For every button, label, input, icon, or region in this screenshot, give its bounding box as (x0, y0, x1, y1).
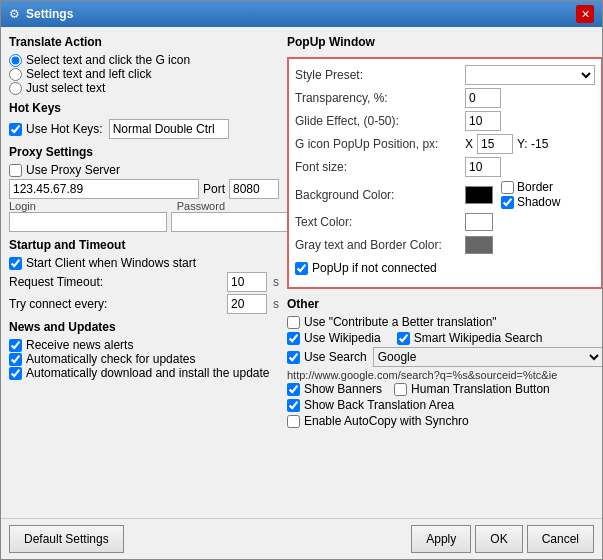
login-input[interactable] (9, 212, 167, 232)
proxy-input-row (9, 212, 279, 232)
translate-option-gicon[interactable]: Select text and click the G icon (9, 53, 279, 67)
titlebar-icon: ⚙ (9, 7, 20, 21)
try-connect-unit: s (273, 297, 279, 311)
banners-row: Show Banners Human Translation Button (287, 382, 602, 396)
transparency-input[interactable] (465, 88, 501, 108)
font-size-input[interactable] (465, 157, 501, 177)
border-label: Border (517, 180, 553, 194)
startup-section: Startup and Timeout Start Client when Wi… (9, 238, 279, 314)
font-size-label: Font size: (295, 160, 465, 174)
port-input[interactable] (229, 179, 279, 199)
password-label: Password (177, 200, 225, 212)
news-item-2[interactable]: Automatically download and install the u… (9, 366, 279, 380)
human-translation-checkbox[interactable] (394, 383, 407, 396)
popup-window-title: PopUp Window (287, 35, 602, 49)
use-proxy-checkbox[interactable] (9, 164, 22, 177)
gicon-label: G icon PopUp Position, px: (295, 137, 465, 151)
gicon-x-input[interactable] (477, 134, 513, 154)
use-hotkeys-label[interactable]: Use Hot Keys: (9, 122, 103, 136)
settings-window: ⚙ Settings ✕ Translate Action Select tex… (0, 0, 603, 560)
news-item-1[interactable]: Automatically check for updates (9, 352, 279, 366)
translate-option-leftclick-label: Select text and left click (26, 67, 151, 81)
autocopy-row: Enable AutoCopy with Synchro (287, 414, 602, 428)
use-wikipedia-label[interactable]: Use Wikipedia (287, 331, 381, 345)
wikipedia-row: Use Wikipedia Smart Wikipedia Search (287, 331, 602, 345)
shadow-label: Shadow (517, 195, 560, 209)
start-client-label[interactable]: Start Client when Windows start (9, 256, 279, 270)
text-color-label: Text Color: (295, 215, 465, 229)
request-timeout-input[interactable] (227, 272, 267, 292)
ok-button[interactable]: OK (475, 525, 522, 553)
show-back-checkbox[interactable] (287, 399, 300, 412)
use-hotkeys-checkbox[interactable] (9, 123, 22, 136)
show-back-row: Show Back Translation Area (287, 398, 602, 412)
gray-color-row: Gray text and Border Color: (295, 235, 595, 255)
gray-color-label: Gray text and Border Color: (295, 238, 465, 252)
news-title: News and Updates (9, 320, 279, 334)
bottom-bar: Default Settings Apply OK Cancel (1, 518, 602, 559)
popup-window-section: Style Preset: Transparency, %: (287, 57, 602, 289)
use-proxy-label[interactable]: Use Proxy Server (9, 163, 279, 177)
request-timeout-unit: s (273, 275, 279, 289)
smart-wikipedia-checkbox[interactable] (397, 332, 410, 345)
translate-option-leftclick[interactable]: Select text and left click (9, 67, 279, 81)
text-color-picker[interactable] (465, 213, 493, 231)
contribute-label[interactable]: Use "Contribute a Better translation" (287, 315, 497, 329)
glide-input[interactable] (465, 111, 501, 131)
hotkey-value-input[interactable] (109, 119, 229, 139)
start-client-checkbox[interactable] (9, 257, 22, 270)
news-item-0[interactable]: Receive news alerts (9, 338, 279, 352)
proxy-settings-title: Proxy Settings (9, 145, 279, 159)
startup-title: Startup and Timeout (9, 238, 279, 252)
request-timeout-row: Request Timeout: s (9, 272, 279, 292)
gicon-x-label: X (465, 137, 473, 151)
autocopy-checkbox[interactable] (287, 415, 300, 428)
border-checkbox[interactable] (501, 181, 514, 194)
autocopy-label[interactable]: Enable AutoCopy with Synchro (287, 414, 469, 428)
proxy-ip-input[interactable] (9, 179, 199, 199)
bg-color-picker[interactable] (465, 186, 493, 204)
show-banners-checkbox[interactable] (287, 383, 300, 396)
transparency-label: Transparency, %: (295, 91, 465, 105)
close-button[interactable]: ✕ (576, 5, 594, 23)
news-section: News and Updates Receive news alerts Aut… (9, 320, 279, 380)
other-section: Other Use "Contribute a Better translati… (287, 297, 602, 430)
use-search-row: Use Search Google Bing Yahoo (287, 347, 602, 367)
translate-action-section: Translate Action Select text and click t… (9, 35, 279, 95)
proxy-settings-section: Proxy Settings Use Proxy Server Port Log… (9, 145, 279, 232)
show-back-label[interactable]: Show Back Translation Area (287, 398, 454, 412)
use-wikipedia-checkbox[interactable] (287, 332, 300, 345)
shadow-checkbox[interactable] (501, 196, 514, 209)
style-preset-dropdown[interactable] (465, 65, 595, 85)
popup-connected-checkbox[interactable] (295, 262, 308, 275)
translate-option-select[interactable]: Just select text (9, 81, 279, 95)
try-connect-label: Try connect every: (9, 297, 221, 311)
human-translation-label[interactable]: Human Translation Button (394, 382, 550, 396)
login-label: Login (9, 200, 173, 212)
proxy-ip-row: Port (9, 179, 279, 199)
other-title: Other (287, 297, 602, 311)
gray-color-picker[interactable] (465, 236, 493, 254)
show-banners-label[interactable]: Show Banners (287, 382, 382, 396)
style-preset-label: Style Preset: (295, 68, 465, 82)
apply-button[interactable]: Apply (411, 525, 471, 553)
contribute-checkbox[interactable] (287, 316, 300, 329)
right-panel: PopUp Window Style Preset: Transparency,… (287, 35, 602, 510)
try-connect-row: Try connect every: s (9, 294, 279, 314)
proxy-label-row: Login Password (9, 200, 279, 212)
use-search-label[interactable]: Use Search (287, 350, 367, 364)
font-size-row: Font size: (295, 157, 595, 177)
use-search-checkbox[interactable] (287, 351, 300, 364)
style-preset-row: Style Preset: (295, 65, 595, 85)
popup-connected-row: PopUp if not connected (295, 258, 595, 278)
titlebar: ⚙ Settings ✕ (1, 1, 602, 27)
translate-action-title: Translate Action (9, 35, 279, 49)
default-settings-button[interactable]: Default Settings (9, 525, 124, 553)
cancel-button[interactable]: Cancel (527, 525, 594, 553)
smart-wikipedia-label[interactable]: Smart Wikipedia Search (397, 331, 543, 345)
search-engine-dropdown[interactable]: Google Bing Yahoo (373, 347, 602, 367)
try-connect-input[interactable] (227, 294, 267, 314)
glide-row: Glide Effect, (0-50): (295, 111, 595, 131)
contribute-row: Use "Contribute a Better translation" (287, 315, 602, 329)
popup-connected-label[interactable]: PopUp if not connected (295, 261, 437, 275)
